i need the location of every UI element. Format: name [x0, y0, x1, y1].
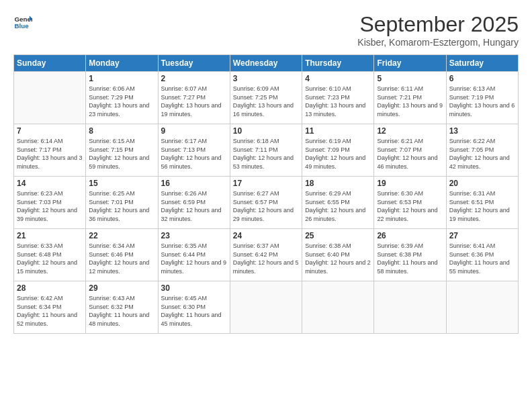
day-cell: 8Sunrise: 6:15 AMSunset: 7:15 PMDaylight…	[86, 124, 158, 177]
day-info: Sunrise: 6:17 AMSunset: 7:13 PMDaylight:…	[161, 137, 227, 171]
day-number: 5	[377, 74, 443, 83]
header: General Blue September 2025 Kisber, Koma…	[13, 12, 519, 48]
day-info: Sunrise: 6:06 AMSunset: 7:29 PMDaylight:…	[89, 85, 154, 118]
day-number: 12	[377, 126, 443, 136]
week-row-4: 28Sunrise: 6:42 AMSunset: 6:34 PMDayligh…	[14, 281, 519, 334]
day-cell: 3Sunrise: 6:09 AMSunset: 7:25 PMDaylight…	[230, 72, 302, 124]
day-number: 17	[233, 179, 299, 188]
day-cell: 5Sunrise: 6:11 AMSunset: 7:21 PMDaylight…	[374, 72, 446, 124]
day-info: Sunrise: 6:22 AMSunset: 7:05 PMDaylight:…	[449, 137, 515, 171]
day-number: 29	[89, 283, 154, 293]
day-number: 10	[233, 126, 299, 136]
day-cell: 4Sunrise: 6:10 AMSunset: 7:23 PMDaylight…	[302, 72, 374, 124]
week-row-2: 14Sunrise: 6:23 AMSunset: 7:03 PMDayligh…	[14, 177, 519, 229]
day-info: Sunrise: 6:45 AMSunset: 6:30 PMDaylight:…	[161, 294, 227, 328]
day-info: Sunrise: 6:23 AMSunset: 7:03 PMDaylight:…	[17, 189, 83, 223]
header-row: Sunday Monday Tuesday Wednesday Thursday…	[14, 55, 519, 72]
day-cell	[446, 281, 518, 334]
day-cell: 30Sunrise: 6:45 AMSunset: 6:30 PMDayligh…	[158, 281, 230, 334]
day-number: 20	[449, 179, 515, 188]
logo: General Blue	[13, 12, 32, 31]
day-number: 23	[161, 231, 227, 240]
day-number: 22	[89, 231, 154, 240]
day-cell: 1Sunrise: 6:06 AMSunset: 7:29 PMDaylight…	[86, 72, 158, 124]
day-cell: 12Sunrise: 6:21 AMSunset: 7:07 PMDayligh…	[374, 124, 446, 177]
day-cell: 2Sunrise: 6:07 AMSunset: 7:27 PMDaylight…	[158, 72, 230, 124]
day-info: Sunrise: 6:30 AMSunset: 6:53 PMDaylight:…	[377, 189, 443, 223]
day-info: Sunrise: 6:27 AMSunset: 6:57 PMDaylight:…	[233, 189, 299, 223]
day-info: Sunrise: 6:18 AMSunset: 7:11 PMDaylight:…	[233, 137, 299, 171]
col-monday: Monday	[86, 55, 158, 72]
day-cell	[302, 281, 374, 334]
col-friday: Friday	[374, 55, 446, 72]
day-info: Sunrise: 6:38 AMSunset: 6:40 PMDaylight:…	[305, 242, 371, 275]
day-cell: 27Sunrise: 6:41 AMSunset: 6:36 PMDayligh…	[446, 229, 518, 281]
day-cell: 22Sunrise: 6:34 AMSunset: 6:46 PMDayligh…	[86, 229, 158, 281]
day-number: 27	[449, 231, 515, 240]
day-info: Sunrise: 6:34 AMSunset: 6:46 PMDaylight:…	[89, 242, 154, 275]
title-block: September 2025 Kisber, Komarom-Esztergom…	[357, 12, 519, 48]
col-tuesday: Tuesday	[158, 55, 230, 72]
day-cell	[230, 281, 302, 334]
day-number: 1	[89, 74, 154, 83]
day-number: 16	[161, 179, 227, 188]
day-number: 9	[161, 126, 227, 136]
day-cell: 14Sunrise: 6:23 AMSunset: 7:03 PMDayligh…	[14, 177, 86, 229]
day-info: Sunrise: 6:35 AMSunset: 6:44 PMDaylight:…	[161, 242, 227, 275]
day-number: 4	[305, 74, 371, 83]
page: General Blue September 2025 Kisber, Koma…	[0, 0, 532, 411]
day-info: Sunrise: 6:26 AMSunset: 6:59 PMDaylight:…	[161, 189, 227, 223]
day-number: 3	[233, 74, 299, 83]
day-number: 14	[17, 179, 83, 188]
day-cell: 16Sunrise: 6:26 AMSunset: 6:59 PMDayligh…	[158, 177, 230, 229]
day-cell: 20Sunrise: 6:31 AMSunset: 6:51 PMDayligh…	[446, 177, 518, 229]
day-cell: 29Sunrise: 6:43 AMSunset: 6:32 PMDayligh…	[86, 281, 158, 334]
day-info: Sunrise: 6:41 AMSunset: 6:36 PMDaylight:…	[449, 242, 515, 275]
calendar-body: 1Sunrise: 6:06 AMSunset: 7:29 PMDaylight…	[14, 72, 519, 334]
day-cell: 24Sunrise: 6:37 AMSunset: 6:42 PMDayligh…	[230, 229, 302, 281]
col-saturday: Saturday	[446, 55, 518, 72]
col-wednesday: Wednesday	[230, 55, 302, 72]
day-info: Sunrise: 6:10 AMSunset: 7:23 PMDaylight:…	[305, 85, 371, 118]
day-info: Sunrise: 6:15 AMSunset: 7:15 PMDaylight:…	[89, 137, 154, 171]
day-cell: 9Sunrise: 6:17 AMSunset: 7:13 PMDaylight…	[158, 124, 230, 177]
day-number: 18	[305, 179, 371, 188]
day-number: 7	[17, 126, 83, 136]
day-info: Sunrise: 6:11 AMSunset: 7:21 PMDaylight:…	[377, 85, 443, 118]
day-number: 28	[17, 283, 83, 293]
day-info: Sunrise: 6:09 AMSunset: 7:25 PMDaylight:…	[233, 85, 299, 118]
day-info: Sunrise: 6:31 AMSunset: 6:51 PMDaylight:…	[449, 189, 515, 223]
day-cell: 21Sunrise: 6:33 AMSunset: 6:48 PMDayligh…	[14, 229, 86, 281]
day-cell: 17Sunrise: 6:27 AMSunset: 6:57 PMDayligh…	[230, 177, 302, 229]
day-number: 24	[233, 231, 299, 240]
col-thursday: Thursday	[302, 55, 374, 72]
day-number: 6	[449, 74, 515, 83]
day-number: 25	[305, 231, 371, 240]
day-number: 13	[449, 126, 515, 136]
day-info: Sunrise: 6:42 AMSunset: 6:34 PMDaylight:…	[17, 294, 83, 328]
day-info: Sunrise: 6:43 AMSunset: 6:32 PMDaylight:…	[89, 294, 154, 328]
col-sunday: Sunday	[14, 55, 86, 72]
day-cell: 7Sunrise: 6:14 AMSunset: 7:17 PMDaylight…	[14, 124, 86, 177]
day-cell: 6Sunrise: 6:13 AMSunset: 7:19 PMDaylight…	[446, 72, 518, 124]
day-number: 8	[89, 126, 154, 136]
day-info: Sunrise: 6:13 AMSunset: 7:19 PMDaylight:…	[449, 85, 515, 118]
day-number: 21	[17, 231, 83, 240]
day-info: Sunrise: 6:25 AMSunset: 7:01 PMDaylight:…	[89, 189, 154, 223]
day-cell	[14, 72, 86, 124]
location-title: Kisber, Komarom-Esztergom, Hungary	[357, 37, 519, 48]
day-cell: 26Sunrise: 6:39 AMSunset: 6:38 PMDayligh…	[374, 229, 446, 281]
calendar-table: Sunday Monday Tuesday Wednesday Thursday…	[13, 54, 519, 334]
week-row-1: 7Sunrise: 6:14 AMSunset: 7:17 PMDaylight…	[14, 124, 519, 177]
day-cell: 15Sunrise: 6:25 AMSunset: 7:01 PMDayligh…	[86, 177, 158, 229]
day-info: Sunrise: 6:21 AMSunset: 7:07 PMDaylight:…	[377, 137, 443, 171]
day-info: Sunrise: 6:14 AMSunset: 7:17 PMDaylight:…	[17, 137, 83, 171]
day-number: 30	[161, 283, 227, 293]
day-cell: 18Sunrise: 6:29 AMSunset: 6:55 PMDayligh…	[302, 177, 374, 229]
day-cell: 10Sunrise: 6:18 AMSunset: 7:11 PMDayligh…	[230, 124, 302, 177]
day-info: Sunrise: 6:29 AMSunset: 6:55 PMDaylight:…	[305, 189, 371, 223]
day-cell: 13Sunrise: 6:22 AMSunset: 7:05 PMDayligh…	[446, 124, 518, 177]
day-cell	[374, 281, 446, 334]
day-info: Sunrise: 6:19 AMSunset: 7:09 PMDaylight:…	[305, 137, 371, 171]
month-title: September 2025	[357, 12, 519, 37]
